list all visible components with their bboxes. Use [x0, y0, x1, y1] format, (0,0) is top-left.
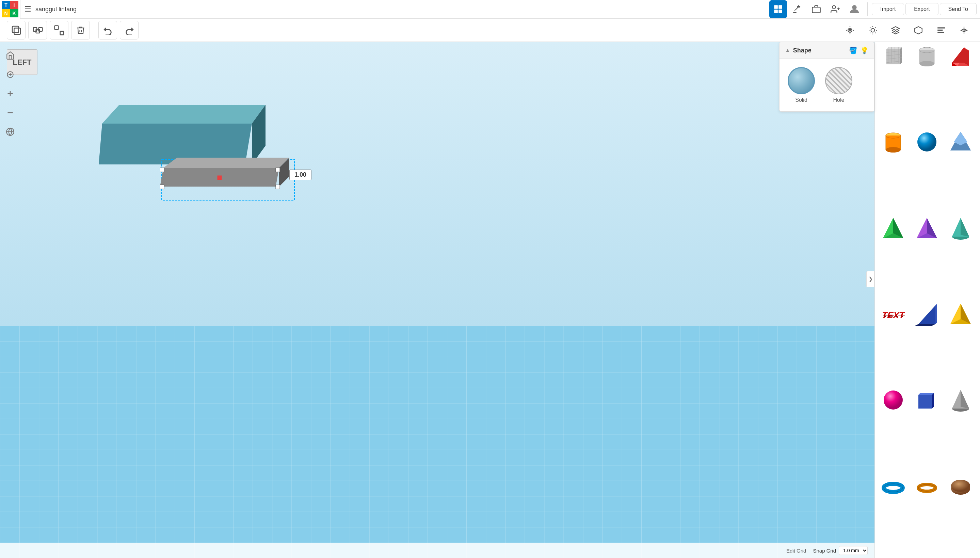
svg-rect-23: [937, 29, 942, 30]
shapes-grid: TEXT TEXT: [875, 38, 980, 558]
svg-marker-55: [900, 47, 902, 64]
shape-roof-blue[interactable]: [946, 128, 975, 156]
main-canvas[interactable]: ↕ 1.00: [0, 42, 875, 558]
shape-fill-button[interactable]: [909, 21, 928, 39]
light-button[interactable]: [863, 21, 882, 39]
delete-button[interactable]: [71, 21, 90, 39]
mirror-button[interactable]: [954, 21, 973, 39]
svg-marker-108: [960, 390, 969, 409]
shape-panel-collapse[interactable]: ▲: [785, 47, 790, 53]
solid-circle: [788, 67, 815, 94]
shape-wedge-navy[interactable]: [913, 300, 941, 328]
shape-torus-blue[interactable]: [879, 472, 908, 501]
shape-box-red[interactable]: [946, 41, 975, 70]
svg-rect-16: [54, 26, 58, 29]
shape-pyramid-yellow[interactable]: [946, 300, 975, 328]
shape-pyramid-green[interactable]: [879, 214, 908, 243]
svg-marker-25: [961, 29, 964, 32]
svg-point-114: [951, 480, 970, 492]
shape-text-red[interactable]: TEXT TEXT: [879, 300, 908, 328]
svg-marker-96: [918, 305, 936, 324]
shape-panel: ▲ Shape 🪣 💡 Solid Hole: [779, 42, 875, 112]
logo-t: T: [2, 1, 10, 9]
copy-workplane-button[interactable]: [7, 21, 26, 39]
shape-cyl-orange[interactable]: [879, 128, 908, 156]
shape-outline-button[interactable]: [886, 21, 905, 39]
svg-rect-24: [937, 32, 944, 33]
shape-panel-header: ▲ Shape 🪣 💡: [780, 42, 874, 59]
svg-rect-41: [160, 168, 164, 172]
snap-grid-select[interactable]: 1.0 mm 0.5 mm 2.0 mm: [839, 546, 868, 555]
shape-box-navy[interactable]: [913, 386, 941, 414]
edit-grid-status: Edit Grid: [786, 548, 806, 553]
project-name: sanggul lintang: [35, 6, 77, 13]
svg-rect-42: [160, 185, 164, 189]
nav-briefcase[interactable]: [808, 0, 825, 18]
zoom-in-button[interactable]: [2, 85, 18, 102]
hole-circle: [825, 67, 852, 94]
send-to-button[interactable]: Send To: [940, 3, 977, 15]
svg-rect-45: [217, 175, 222, 180]
shape-panel-light[interactable]: 💡: [860, 46, 869, 54]
svg-rect-43: [276, 185, 280, 189]
nav-grid-view[interactable]: [769, 0, 787, 18]
shape-sphere-blue[interactable]: [913, 128, 941, 156]
hole-label: Hole: [833, 97, 844, 103]
zoom-out-button[interactable]: [2, 105, 18, 121]
shape-torus-orange[interactable]: [913, 472, 941, 501]
svg-rect-11: [12, 26, 19, 33]
camera-button[interactable]: [841, 21, 859, 39]
import-button[interactable]: Import: [872, 3, 904, 15]
svg-marker-38: [163, 158, 289, 168]
group-button[interactable]: [28, 21, 47, 39]
svg-marker-103: [918, 393, 934, 409]
shape-box-gray[interactable]: [879, 41, 908, 70]
svg-point-10: [852, 5, 856, 10]
redo-button[interactable]: [120, 21, 139, 39]
svg-text:TEXT: TEXT: [882, 315, 905, 318]
svg-point-102: [884, 391, 903, 410]
fit-button[interactable]: [2, 66, 18, 83]
shape-rounded-brown[interactable]: [946, 472, 975, 501]
sky-background: [0, 42, 875, 326]
shape-pyramid-purple[interactable]: [913, 214, 941, 243]
panel-collapse-arrow[interactable]: ❯: [866, 271, 875, 287]
svg-marker-97: [915, 324, 936, 326]
svg-point-7: [832, 6, 835, 9]
shape-cone-teal[interactable]: [946, 214, 975, 243]
bottom-bar: Edit Grid Snap Grid 1.0 mm 0.5 mm 2.0 mm: [0, 543, 875, 558]
home-button[interactable]: [2, 47, 18, 64]
left-sidebar: [0, 42, 20, 140]
shape-panel-bucket[interactable]: 🪣: [849, 46, 857, 54]
align-button[interactable]: [932, 21, 951, 39]
svg-rect-3: [778, 10, 782, 13]
svg-marker-105: [932, 393, 934, 409]
svg-text:↕: ↕: [279, 174, 282, 181]
orientations-button[interactable]: [2, 123, 18, 140]
svg-rect-1: [778, 5, 782, 8]
toolbar: [0, 19, 980, 42]
shape-panel-body: Solid Hole: [780, 59, 874, 111]
svg-rect-22: [937, 27, 945, 28]
svg-marker-98: [936, 304, 937, 324]
shape-hole-option[interactable]: Hole: [825, 67, 852, 103]
ungroup-button[interactable]: [50, 21, 69, 39]
logo-box: T I N K: [2, 1, 18, 17]
svg-marker-93: [960, 218, 969, 236]
shape-panel-title: Shape: [793, 47, 846, 54]
menu-icon[interactable]: ☰: [25, 5, 31, 14]
nav-add-user[interactable]: [826, 0, 844, 18]
shape-solid-option[interactable]: Solid: [788, 67, 815, 103]
nav-avatar[interactable]: [846, 0, 863, 18]
shape-cyl-gray[interactable]: [913, 41, 941, 70]
svg-rect-44: [276, 168, 280, 172]
svg-rect-33: [0, 326, 875, 558]
svg-point-66: [919, 61, 934, 66]
export-button[interactable]: Export: [905, 3, 938, 15]
svg-point-81: [918, 133, 936, 151]
nav-hammer[interactable]: [788, 0, 806, 18]
undo-button[interactable]: [98, 21, 117, 39]
svg-marker-54: [887, 47, 902, 49]
shape-cone-gray[interactable]: [946, 386, 975, 414]
shape-sphere-pink[interactable]: [879, 386, 908, 414]
